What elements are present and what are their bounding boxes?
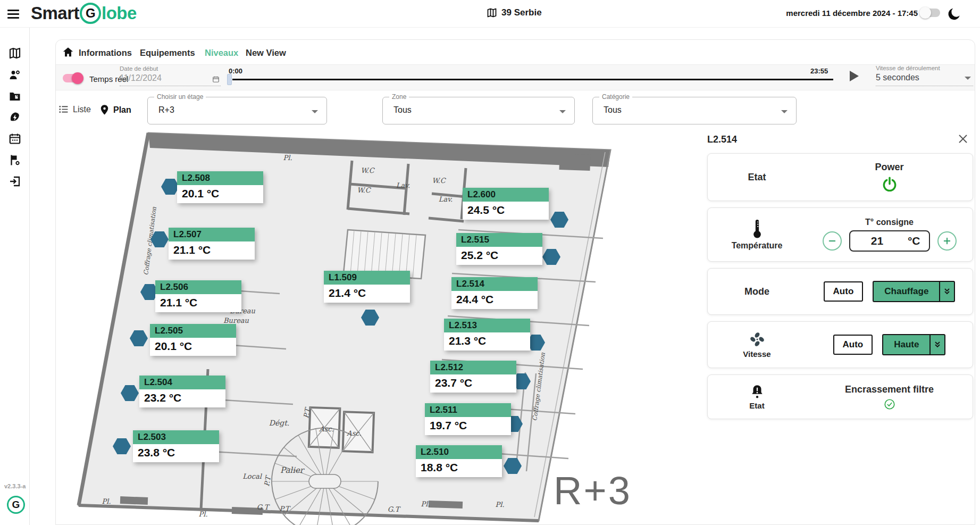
plan-label: Plan [113, 105, 131, 115]
zone-select[interactable]: Zone Tous [382, 97, 575, 124]
play-button[interactable] [850, 71, 859, 81]
sensor-card[interactable]: L2.51424.4 °C [451, 277, 538, 309]
sensor-card[interactable]: L2.60024.5 °C [463, 188, 549, 220]
sensor-temperature: 19.7 °C [425, 417, 511, 435]
sensor-card[interactable]: L2.51119.7 °C [425, 403, 511, 435]
tab-informations[interactable]: Informations [79, 48, 132, 58]
sensor-card[interactable]: L2.51525.2 °C [456, 233, 542, 265]
sensor-card[interactable]: L2.50423.2 °C [139, 376, 225, 407]
sidebar-documents-icon[interactable] [9, 90, 21, 103]
sensor-temperature: 23.2 °C [139, 389, 225, 407]
speed-select[interactable]: Vitesse de déroulement 5 secondes [876, 65, 973, 86]
sensor-id: L2.515 [456, 233, 542, 247]
plan-room-label: Pl. [283, 154, 292, 162]
app-version: v2.3.3-a [4, 483, 26, 489]
sensor-card[interactable]: L2.51321.3 °C [444, 319, 530, 351]
tab-new-view[interactable]: New View [246, 48, 286, 58]
speed-value[interactable]: 5 secondes [876, 73, 973, 82]
realtime-toggle[interactable] [63, 74, 82, 82]
sensor-id: L2.510 [416, 445, 502, 459]
zone-select-value: Tous [393, 105, 412, 115]
start-date-value[interactable]: 11/12/2024 [120, 73, 221, 83]
panel-title: L2.514 [707, 134, 737, 145]
double-chevron-down-icon [939, 282, 954, 301]
sidebar-technicians-icon[interactable] [9, 69, 21, 81]
sidebar-calendar-icon[interactable] [9, 132, 21, 145]
brand-part2: lobe [102, 3, 137, 23]
power-label: Power [875, 162, 903, 173]
plan-room-label: Bureau [223, 316, 249, 324]
alert-bell-icon [750, 384, 764, 399]
sidebar-reports-icon[interactable] [9, 154, 21, 166]
sensor-temperature: 20.1 °C [177, 185, 263, 203]
sensor-id: L2.512 [430, 361, 516, 374]
sensor-temperature: 24.4 °C [451, 291, 538, 309]
setpoint-plus-button[interactable] [937, 231, 957, 251]
sensor-card[interactable]: L2.50820.1 °C [177, 171, 263, 203]
view-liste-button[interactable]: Liste [58, 104, 91, 114]
floor-select[interactable]: Choisir un étage R+3 [147, 97, 327, 124]
sidebar-map-icon[interactable] [9, 47, 21, 60]
sidebar-energy-icon[interactable] [9, 111, 21, 124]
mode-label: Mode [744, 286, 769, 297]
plan-room-label: G.T [257, 503, 269, 511]
plan-room-label: G.T [388, 505, 400, 513]
category-select[interactable]: Catégorie Tous [592, 97, 797, 124]
floor-badge: R+3 [554, 468, 632, 513]
filter-card-title: Encrassement filtre [845, 384, 934, 395]
sidebar-logout-icon[interactable] [9, 175, 21, 188]
site-selector[interactable]: 39 Serbie [487, 7, 542, 18]
time-slider-handle[interactable] [227, 74, 232, 85]
minus-icon [827, 236, 837, 246]
theme-toggle-knob [919, 7, 931, 19]
sensor-card[interactable]: L2.50520.1 °C [150, 324, 236, 356]
sensor-temperature: 23.7 °C [430, 374, 516, 393]
realtime-toggle-knob [72, 72, 83, 84]
tab-niveaux[interactable]: Niveaux [205, 48, 238, 58]
mode-card: Mode Auto Chauffage [707, 268, 973, 315]
thermometer-icon [750, 219, 764, 239]
sensor-id: L2.511 [425, 403, 511, 417]
double-chevron-down-icon [929, 335, 944, 354]
plan-room-label: Local [242, 472, 262, 480]
setpoint-unit: °C [908, 235, 920, 247]
tab-equipements[interactable]: Equipements [140, 48, 195, 58]
filter-status-card: Etat Encrassement filtre [707, 374, 973, 419]
top-header: Smart G lobe 39 Serbie mercredi 11 décem… [0, 0, 980, 28]
start-date-field[interactable]: Date de début 11/12/2024 [120, 65, 221, 86]
theme-toggle[interactable] [921, 9, 940, 17]
power-icon[interactable] [881, 176, 898, 193]
setpoint-minus-button[interactable] [823, 231, 842, 251]
view-plan-button[interactable]: Plan [100, 104, 131, 115]
sensor-card[interactable]: L2.51018.8 °C [416, 445, 502, 477]
plus-icon [942, 236, 952, 246]
mode-value-dropdown[interactable]: Chauffage [873, 281, 955, 302]
sensor-card[interactable]: L2.50323.8 °C [133, 430, 219, 462]
sensor-temperature: 25.2 °C [456, 247, 542, 265]
plan-room-label: W.C [361, 166, 374, 174]
time-slider-track[interactable] [232, 79, 833, 80]
setpoint-input[interactable] [859, 235, 896, 247]
check-circle-icon [884, 398, 895, 410]
sensor-card[interactable]: L1.50921.4 °C [324, 271, 410, 303]
sensor-temperature: 21.4 °C [324, 285, 410, 303]
menu-icon[interactable] [7, 7, 21, 20]
dark-mode-moon-icon[interactable] [948, 7, 961, 21]
close-icon[interactable] [957, 133, 969, 145]
fan-speed-card: Vitesse Auto Haute [707, 321, 973, 368]
plan-room-label: Asc. [347, 429, 361, 437]
sensor-card[interactable]: L2.51223.7 °C [430, 361, 516, 393]
fan-value-dropdown[interactable]: Haute [882, 334, 945, 355]
list-icon [58, 104, 69, 114]
sensor-card[interactable]: L2.50721.1 °C [169, 228, 255, 260]
plan-room-label: Palier [280, 465, 304, 475]
calendar-small-icon[interactable] [212, 76, 220, 83]
chevron-down-icon [312, 110, 318, 113]
fan-auto-button[interactable]: Auto [833, 335, 873, 355]
sensor-card[interactable]: L2.50621.1 °C [155, 280, 241, 312]
plan-room-label: Pl. [495, 501, 504, 509]
mode-auto-button[interactable]: Auto [824, 281, 864, 302]
home-icon[interactable] [62, 46, 74, 58]
sensor-temperature: 21.1 °C [155, 294, 241, 312]
sensor-id: L2.504 [139, 376, 225, 389]
